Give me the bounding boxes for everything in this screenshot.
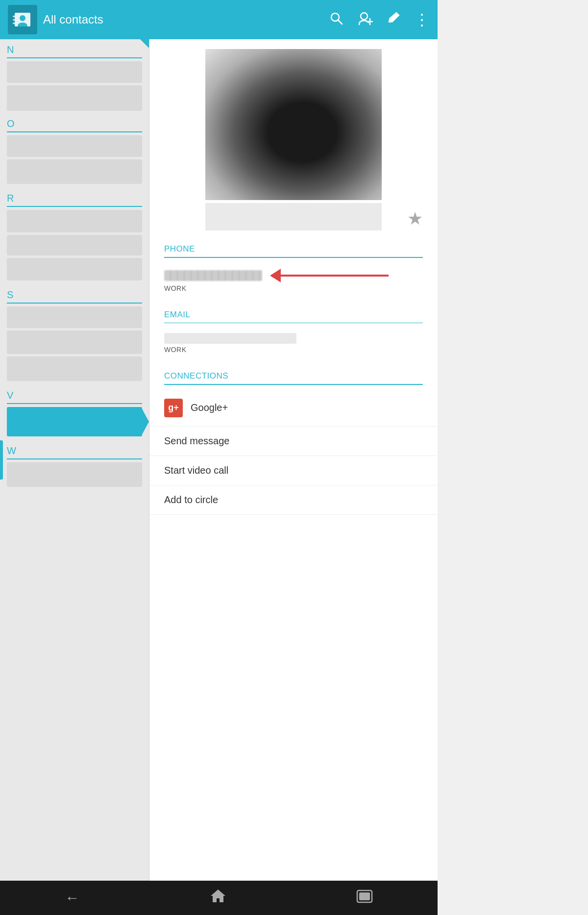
svg-point-1 <box>20 15 25 21</box>
arrow-indicator <box>270 269 389 282</box>
sidebar-section-o: O <box>0 113 149 184</box>
svg-line-6 <box>338 20 342 24</box>
toolbar-actions: ⋮ <box>329 10 430 29</box>
list-item[interactable] <box>7 306 142 328</box>
sidebar: N O R S V <box>0 39 149 881</box>
phone-type-label: WORK <box>149 283 438 297</box>
sidebar-section-w: W <box>0 440 149 487</box>
section-label-o: O <box>0 113 149 131</box>
contact-detail-panel: ★ PHONE WORK EMAIL WORK CONNECTIONS g+ G <box>149 39 438 881</box>
add-to-circle-button[interactable]: Add to circle <box>149 485 438 515</box>
list-item[interactable] <box>7 356 142 381</box>
section-divider-o <box>7 131 142 132</box>
list-item[interactable] <box>7 258 142 280</box>
sidebar-section-s: S <box>0 284 149 381</box>
section-label-r: R <box>0 188 149 206</box>
list-item[interactable] <box>7 61 142 83</box>
list-item[interactable] <box>7 210 142 232</box>
list-item[interactable] <box>7 159 142 184</box>
sidebar-section-n: N <box>0 39 149 111</box>
bottom-navigation: ← <box>0 881 438 915</box>
list-item[interactable] <box>7 135 142 157</box>
section-divider-n <box>7 57 142 58</box>
section-label-w: W <box>0 440 149 458</box>
email-blurred <box>164 333 296 344</box>
email-section-header: EMAIL <box>149 301 438 323</box>
googleplus-icon: g+ <box>164 399 183 417</box>
app-icon <box>8 5 37 34</box>
contact-photo-container: ★ <box>159 49 428 230</box>
list-item[interactable] <box>7 462 142 487</box>
section-label-s: S <box>0 284 149 303</box>
connection-googleplus[interactable]: g+ Google+ <box>149 390 438 427</box>
arrow-line <box>281 275 389 277</box>
section-divider-v <box>7 403 142 404</box>
send-message-label: Send message <box>164 435 229 446</box>
email-value-row[interactable] <box>149 328 438 345</box>
start-video-call-label: Start video call <box>164 465 228 476</box>
email-type-label: WORK <box>149 345 438 358</box>
section-label-n: N <box>0 39 149 57</box>
list-item-active[interactable] <box>7 407 142 436</box>
sidebar-section-v: V <box>0 385 149 436</box>
connections-section-header: CONNECTIONS <box>149 362 438 384</box>
section-divider-w <box>7 458 142 459</box>
svg-point-7 <box>361 13 368 20</box>
svg-rect-3 <box>13 19 16 21</box>
phone-number-blurred <box>164 270 262 281</box>
email-section-underline <box>164 323 423 324</box>
section-divider-r <box>7 206 142 207</box>
recents-button[interactable] <box>356 890 373 907</box>
section-label-v: V <box>0 385 149 403</box>
section-divider-s <box>7 303 142 304</box>
phone-section-header: PHONE <box>149 235 438 257</box>
googleplus-label: Google+ <box>191 402 228 413</box>
search-button[interactable] <box>329 11 343 29</box>
list-item[interactable] <box>7 235 142 255</box>
top-bar: All contacts ⋮ <box>0 0 438 39</box>
sidebar-section-r: R <box>0 188 149 280</box>
connections-section-underline <box>164 384 423 385</box>
edit-button[interactable] <box>387 11 400 28</box>
svg-rect-11 <box>359 892 370 900</box>
svg-rect-2 <box>13 16 16 17</box>
svg-rect-4 <box>13 23 16 24</box>
send-message-button[interactable]: Send message <box>149 427 438 456</box>
favorite-star-icon[interactable]: ★ <box>407 208 423 229</box>
arrow-head-icon <box>270 269 281 282</box>
page-title: All contacts <box>43 13 323 26</box>
phone-section-underline <box>164 257 423 258</box>
back-button[interactable]: ← <box>65 890 80 906</box>
list-item[interactable] <box>7 85 142 111</box>
more-menu-button[interactable]: ⋮ <box>414 10 430 29</box>
main-layout: N O R S V <box>0 39 438 881</box>
contact-photo <box>205 49 382 200</box>
add-to-circle-label: Add to circle <box>164 494 218 505</box>
add-contact-button[interactable] <box>357 11 373 29</box>
phone-value-row[interactable] <box>149 263 438 283</box>
contact-name-bar <box>205 203 382 230</box>
sidebar-triangle-indicator <box>140 39 149 48</box>
list-item[interactable] <box>7 330 142 354</box>
scroll-indicator <box>0 440 3 480</box>
start-video-call-button[interactable]: Start video call <box>149 456 438 485</box>
home-button[interactable] <box>210 888 226 908</box>
